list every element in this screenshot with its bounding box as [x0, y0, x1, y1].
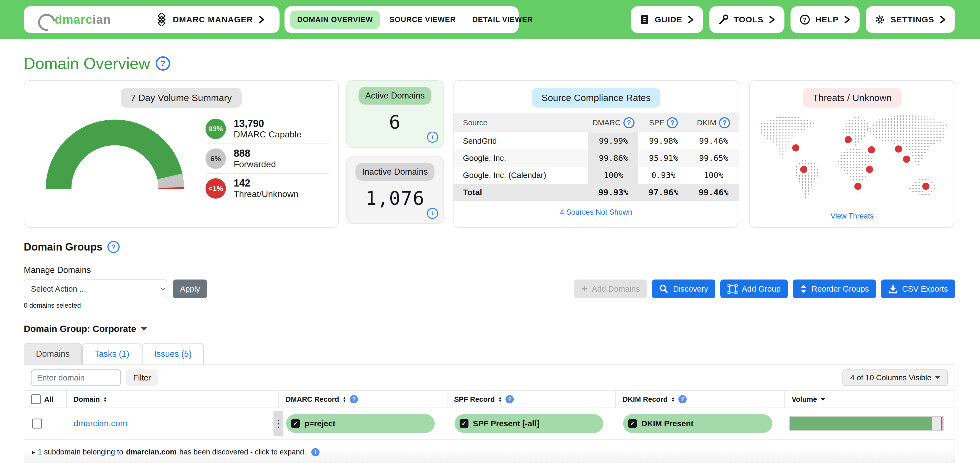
product-label: DMARC MANAGER: [173, 15, 253, 24]
threat-location-dot[interactable]: [866, 166, 873, 173]
csv-exports-button[interactable]: CSV Exports: [881, 279, 955, 298]
settings-menu[interactable]: SETTINGS: [865, 6, 955, 33]
help-circle-icon: ?: [799, 14, 810, 25]
dmarc-manager-menu[interactable]: DMARC MANAGER: [156, 13, 265, 26]
col-dkim: DKIM?: [689, 113, 738, 132]
threat-location-dot[interactable]: [845, 136, 852, 143]
search-icon: [659, 284, 668, 293]
expand-triangle-icon: ▸: [32, 449, 35, 456]
domain-groups-heading: Domain Groups: [24, 241, 102, 253]
map-south-america: [792, 159, 821, 200]
view-threats-link[interactable]: View Threats: [749, 212, 955, 220]
legend-label: DMARC Capable: [234, 129, 301, 140]
dmarc-record-help-icon[interactable]: ?: [350, 395, 358, 403]
threat-location-dot[interactable]: [868, 146, 875, 154]
volume-bar-dmarc-capable: [790, 417, 932, 430]
col-dmarc: DMARC?: [588, 113, 638, 132]
threat-location-dot[interactable]: [895, 146, 902, 152]
apply-button[interactable]: Apply: [173, 279, 207, 298]
tab-domain-overview[interactable]: DOMAIN OVERVIEW: [290, 11, 380, 29]
chevron-down-icon: [935, 376, 940, 379]
object-group-icon: [727, 284, 738, 294]
tools-label: TOOLS: [733, 15, 764, 24]
legend-threat-unknown: <1% 142Threat/Unknown: [205, 173, 329, 203]
inactive-domains-count: 1,076: [347, 187, 443, 209]
volume-bar-forwarded: [932, 417, 941, 430]
info-icon[interactable]: i: [427, 208, 438, 219]
dkim-record-column-header[interactable]: DKIM Record ▲▼ ?: [616, 391, 784, 408]
row-checkbox[interactable]: [32, 419, 42, 428]
select-all-header: All: [24, 391, 66, 408]
tab-domains[interactable]: Domains: [24, 343, 82, 365]
active-domains-count: 6: [347, 111, 443, 133]
info-icon[interactable]: i: [311, 448, 320, 457]
brand-pill: dmarcian DMARC MANAGER: [24, 6, 280, 33]
domain-link[interactable]: dmarcian.com: [73, 419, 127, 428]
action-select[interactable]: Select Action ...: [24, 279, 167, 298]
reorder-groups-button[interactable]: Reorder Groups: [793, 279, 876, 298]
threat-location-dot[interactable]: [903, 155, 910, 163]
sort-arrows-icon: [800, 284, 807, 294]
row-menu-kebab-icon[interactable]: ⋮: [274, 411, 283, 436]
columns-visible-button[interactable]: 4 of 10 Columns Visible: [842, 369, 948, 386]
threats-card: Threats / Unknown View Threats: [749, 80, 955, 228]
tab-detail-viewer[interactable]: DETAIL VIEWER: [465, 11, 540, 29]
spf-help-icon[interactable]: ?: [667, 117, 678, 128]
page-help-icon[interactable]: ?: [156, 56, 170, 71]
volume-column-header[interactable]: Volume: [784, 391, 955, 408]
threats-world-map: [755, 111, 949, 204]
layers-icon: [156, 13, 168, 26]
check-icon: ✓: [460, 419, 468, 428]
tab-issues[interactable]: Issues (5): [142, 343, 204, 365]
legend-pct-badge: 93%: [205, 119, 226, 139]
add-group-button[interactable]: Add Group: [721, 279, 788, 298]
tab-source-viewer[interactable]: SOURCE VIEWER: [382, 11, 463, 29]
legend-label: Forwarded: [234, 159, 276, 169]
dkim-record-badge[interactable]: ✓ DKIM Present: [623, 414, 772, 433]
compliance-row: SendGrid 99.99% 99.98% 99.46%: [453, 132, 738, 149]
spf-record-help-icon[interactable]: ?: [506, 395, 514, 403]
domains-selected-note: 0 domains selected: [24, 301, 980, 309]
help-menu[interactable]: ? HELP: [791, 6, 859, 33]
dkim-record-help-icon[interactable]: ?: [678, 395, 687, 403]
select-all-checkbox[interactable]: [31, 394, 41, 404]
sources-not-shown-link[interactable]: 4 Sources Not Shown: [453, 201, 738, 217]
chevron-right-icon: [843, 15, 851, 24]
discovery-button[interactable]: Discovery: [652, 279, 715, 298]
tools-menu[interactable]: TOOLS: [709, 6, 784, 33]
threat-location-dot[interactable]: [854, 183, 862, 190]
map-north-america: [757, 116, 819, 161]
legend-dmarc-capable: 93% 13,790DMARC Capable: [205, 114, 329, 143]
dmarc-record-badge[interactable]: ✓ p=reject: [286, 414, 435, 433]
subdomain-note[interactable]: ▸ 1 subdomain belonging to dmarcian.com …: [24, 439, 955, 463]
dmarc-record-column-header[interactable]: DMARC Record ▲▼ ?: [278, 391, 447, 408]
domain-column-header[interactable]: Domain ▲▼: [66, 391, 278, 408]
domain-filter-input[interactable]: [31, 369, 121, 386]
domain-groups-help-icon[interactable]: ?: [107, 241, 119, 253]
domain-group-selector[interactable]: Domain Group: Corporate: [24, 323, 980, 334]
spf-record-column-header[interactable]: SPF Record ▲▼ ?: [447, 391, 616, 408]
volume-summary-card: 7 Day Volume Summary 93% 13,790DMARC Cap…: [24, 80, 339, 228]
sort-icon[interactable]: ▲▼: [498, 396, 502, 402]
sort-icon[interactable]: ▲▼: [671, 396, 675, 402]
add-domains-button[interactable]: + Add Domains: [574, 279, 647, 298]
dkim-help-icon[interactable]: ?: [719, 117, 730, 128]
download-icon: [888, 284, 898, 293]
filter-button[interactable]: Filter: [126, 369, 158, 386]
legend-label: Threat/Unknown: [234, 189, 299, 199]
volume-summary-title: 7 Day Volume Summary: [121, 88, 242, 108]
manage-domains-label: Manage Domains: [24, 265, 980, 275]
dmarc-help-icon[interactable]: ?: [624, 117, 635, 128]
dmarcian-logo[interactable]: dmarcian: [38, 13, 111, 27]
threat-location-dot[interactable]: [922, 183, 929, 190]
sort-icon[interactable]: ▲▼: [103, 396, 107, 402]
spf-record-badge[interactable]: ✓ SPF Present [-all]: [455, 414, 603, 433]
tab-tasks[interactable]: Tasks (1): [82, 343, 142, 365]
active-domains-card: Active Domains 6 i: [346, 80, 444, 147]
guide-menu[interactable]: GUIDE: [631, 6, 703, 33]
info-icon[interactable]: i: [427, 132, 438, 143]
sort-icon[interactable]: ▲▼: [342, 396, 347, 402]
threat-location-dot[interactable]: [792, 144, 799, 151]
threat-location-dot[interactable]: [800, 166, 807, 173]
table-header-row: All Domain ▲▼ DMARC Record ▲▼ ? SPF Reco…: [24, 390, 955, 408]
